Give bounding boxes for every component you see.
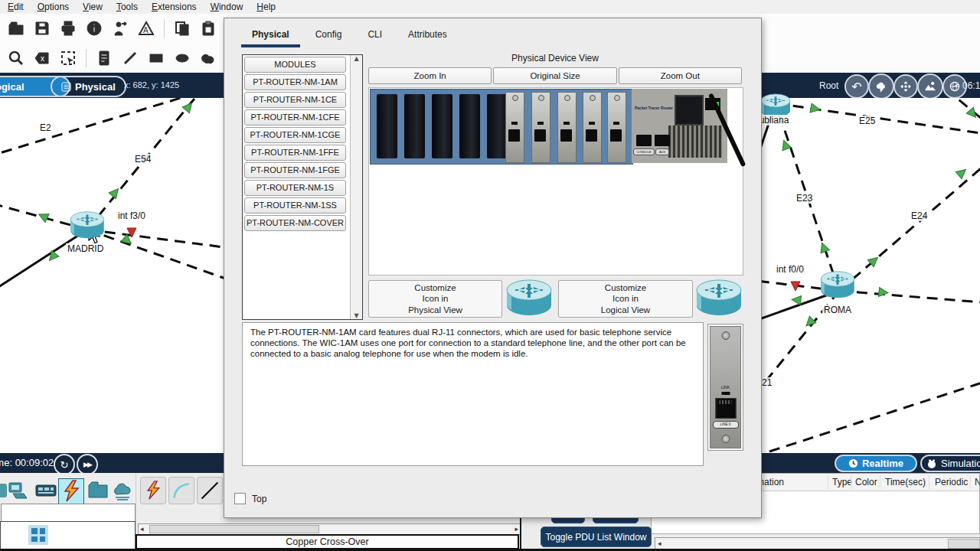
- customize-line: Customize: [605, 282, 646, 293]
- tab-physical[interactable]: Physical: [241, 26, 300, 47]
- new-cluster-button[interactable]: [868, 73, 894, 99]
- empty-slot[interactable]: [487, 94, 508, 158]
- modules-header[interactable]: MODULES: [244, 57, 346, 73]
- open-file-icon[interactable]: [8, 20, 24, 37]
- tab-cli[interactable]: CLI: [357, 26, 393, 47]
- module-item[interactable]: PT-ROUTER-NM-1CFE: [244, 109, 346, 126]
- scroll-left-icon[interactable]: ◂: [140, 525, 144, 533]
- grid-icon[interactable]: [28, 525, 48, 545]
- scroll-down-icon[interactable]: ▼: [354, 312, 358, 319]
- physical-device-view[interactable]: Packet Tracer Router CONSOLE AUX: [368, 87, 743, 276]
- delete-icon[interactable]: x: [34, 50, 51, 67]
- svg-text:A: A: [143, 26, 149, 34]
- root-breadcrumb[interactable]: Root: [819, 80, 838, 91]
- menu-bar: Edit Options View Tools Extensions Windo…: [0, 0, 980, 15]
- top-checkbox[interactable]: [234, 493, 246, 504]
- power-cycle-button[interactable]: ↻: [54, 454, 75, 475]
- modules-scrollbar[interactable]: ▲▼: [350, 55, 362, 319]
- menu-window[interactable]: Window: [211, 2, 243, 12]
- module-item[interactable]: PT-ROUTER-NM-1FGE: [244, 162, 346, 178]
- router-roma[interactable]: [819, 269, 856, 300]
- scroll-up-icon[interactable]: ▲: [354, 55, 358, 62]
- zoom-out-button[interactable]: Zoom Out: [619, 67, 742, 84]
- installed-module[interactable]: [531, 92, 550, 163]
- rectangle-tool-icon[interactable]: [148, 50, 165, 67]
- installed-module[interactable]: [505, 92, 524, 163]
- connection-auto[interactable]: [140, 477, 166, 504]
- module-item[interactable]: PT-ROUTER-NM-COVER: [244, 215, 346, 231]
- customize-line: Physical View: [408, 305, 462, 315]
- device-search-input[interactable]: [1, 504, 136, 522]
- notes-icon[interactable]: [96, 50, 113, 67]
- globe-clock-icon: [949, 80, 961, 93]
- module-item[interactable]: PT-ROUTER-NM-1AM: [244, 74, 346, 90]
- environment-button[interactable]: [917, 73, 943, 99]
- canvas-hscrollbar[interactable]: ◂ ▸: [138, 523, 521, 535]
- toggle-pdu-list-button[interactable]: Toggle PDU List Window: [541, 527, 652, 547]
- save-icon[interactable]: [34, 20, 51, 37]
- module-item[interactable]: PT-ROUTER-NM-1FFE: [244, 145, 346, 161]
- device-category-end-devices[interactable]: [6, 478, 31, 503]
- connection-copper-straight[interactable]: [197, 477, 223, 504]
- toolbar-separator: [86, 49, 87, 67]
- router-madrid[interactable]: [69, 210, 106, 240]
- empty-slot[interactable]: [377, 94, 397, 158]
- menu-edit[interactable]: Edit: [8, 2, 24, 12]
- console-port-label: CONSOLE: [633, 148, 655, 155]
- tab-config[interactable]: Config: [305, 26, 353, 47]
- empty-slot[interactable]: [432, 94, 452, 158]
- line-tool-icon[interactable]: [122, 50, 139, 67]
- device-category-network-devices[interactable]: [34, 478, 58, 503]
- customize-line: Icon in: [612, 293, 639, 304]
- module-item[interactable]: PT-ROUTER-NM-1CGE: [244, 127, 346, 143]
- scroll-thumb[interactable]: [149, 525, 319, 533]
- freeform-tool-icon[interactable]: [200, 50, 217, 67]
- copy-icon[interactable]: [174, 20, 191, 37]
- activity-wizard-icon[interactable]: [112, 20, 129, 37]
- scroll-right-icon[interactable]: ▸: [514, 525, 518, 533]
- module-item[interactable]: PT-ROUTER-NM-1CE: [244, 92, 346, 108]
- connection-console[interactable]: [168, 477, 194, 504]
- scroll-left-icon[interactable]: ◂: [658, 540, 662, 547]
- menu-view[interactable]: View: [83, 2, 103, 12]
- module-item[interactable]: PT-ROUTER-NM-1S: [244, 180, 346, 196]
- menu-extensions[interactable]: Extensions: [152, 2, 197, 12]
- fast-forward-button[interactable]: ▶▶: [77, 454, 98, 475]
- device-category-multiuser[interactable]: [110, 478, 135, 503]
- customize-physical-button[interactable]: Customize Icon in Physical View: [368, 280, 502, 318]
- paste-icon[interactable]: [200, 20, 217, 37]
- installed-module[interactable]: [607, 92, 626, 163]
- print-icon[interactable]: [60, 20, 77, 37]
- info-icon[interactable]: [86, 20, 103, 37]
- physical-tab[interactable]: Physical: [51, 76, 126, 97]
- drawing-palette-icon[interactable]: A: [138, 20, 155, 37]
- menu-options[interactable]: Options: [38, 2, 69, 12]
- screw-icon: [721, 331, 730, 340]
- zoom-controls: Zoom In Original Size Zoom Out: [368, 67, 742, 84]
- aux-port[interactable]: [655, 135, 670, 146]
- installed-module[interactable]: [583, 92, 602, 163]
- back-nav-button[interactable]: ↶: [844, 74, 869, 99]
- original-size-button[interactable]: Original Size: [493, 67, 616, 84]
- tab-attributes[interactable]: Attributes: [397, 26, 458, 47]
- zoom-icon[interactable]: [8, 50, 24, 67]
- simulation-time: Time: 00:09:02: [0, 457, 54, 468]
- resize-select-icon[interactable]: [60, 50, 77, 67]
- zoom-in-button[interactable]: Zoom In: [368, 67, 492, 84]
- device-category-connections[interactable]: [58, 478, 84, 504]
- menu-tools[interactable]: Tools: [116, 2, 138, 12]
- empty-slot[interactable]: [404, 94, 425, 158]
- scroll-thumb[interactable]: [948, 539, 980, 549]
- console-port[interactable]: [636, 135, 652, 146]
- ellipse-tool-icon[interactable]: [174, 50, 191, 67]
- empty-slot[interactable]: [459, 94, 480, 158]
- device-category-misc[interactable]: [86, 478, 110, 503]
- realtime-mode-button[interactable]: Realtime: [835, 455, 917, 472]
- installed-module[interactable]: [557, 92, 577, 163]
- router-chassis: [370, 89, 633, 165]
- menu-help[interactable]: Help: [256, 2, 276, 12]
- customize-logical-button[interactable]: Customize Icon in Logical View: [558, 280, 693, 318]
- move-object-button[interactable]: [893, 74, 918, 99]
- simulation-mode-button[interactable]: Simulation: [920, 455, 980, 472]
- module-item[interactable]: PT-ROUTER-NM-1SS: [244, 197, 346, 214]
